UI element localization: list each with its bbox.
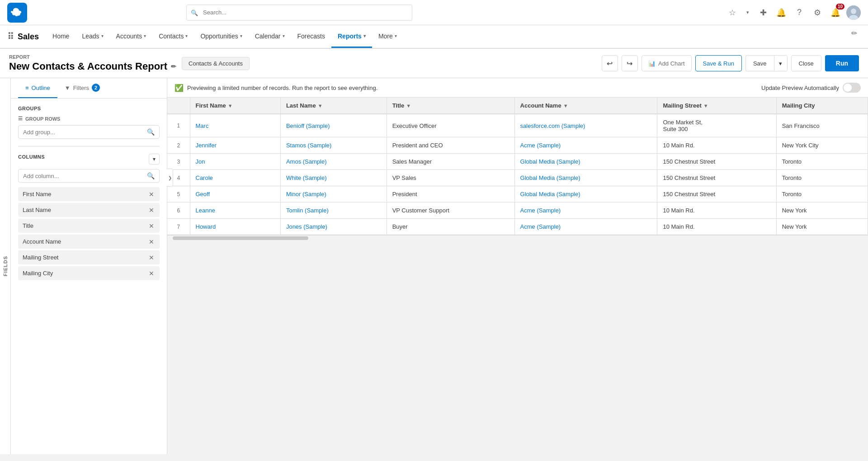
cell-last-name[interactable]: Benioff (Sample) bbox=[280, 114, 387, 137]
save-button[interactable]: Save bbox=[745, 55, 774, 71]
new-record-icon[interactable]: ✚ bbox=[756, 5, 770, 20]
favorites-dropdown-icon[interactable]: ▾ bbox=[743, 5, 752, 20]
add-group-input[interactable] bbox=[23, 129, 143, 136]
tab-outline[interactable]: ≡ Outline bbox=[18, 78, 57, 98]
nav-calendar[interactable]: Calendar ▾ bbox=[249, 25, 291, 48]
nav-reports[interactable]: Reports ▾ bbox=[331, 25, 372, 48]
cell-account-name[interactable]: Acme (Sample) bbox=[514, 202, 657, 219]
remove-mailing-street[interactable]: ✕ bbox=[148, 254, 155, 261]
cell-last-name[interactable]: Stamos (Sample) bbox=[280, 137, 387, 154]
cell-first-name[interactable]: Leanne bbox=[190, 202, 280, 219]
tab-filters[interactable]: ▼ Filters 2 bbox=[57, 78, 107, 98]
nav-home[interactable]: Home bbox=[46, 25, 75, 48]
cell-title: Executive Officer bbox=[387, 114, 514, 137]
search-input[interactable] bbox=[186, 5, 412, 21]
col-header-last-name[interactable]: Last Name ▼ bbox=[280, 98, 387, 114]
nav-more[interactable]: More ▾ bbox=[372, 25, 403, 48]
topbar: 🔍 ☆ ▾ ✚ 🔔 ? ⚙ 🔔 10 bbox=[0, 0, 868, 25]
add-column-input[interactable] bbox=[23, 173, 143, 179]
user-avatar[interactable] bbox=[846, 5, 861, 20]
chatter-icon[interactable]: 🔔 bbox=[774, 5, 788, 20]
leads-chevron: ▾ bbox=[101, 33, 104, 38]
remove-first-name[interactable]: ✕ bbox=[148, 191, 155, 198]
cell-mailing-street: One Market St, Suite 300 bbox=[657, 114, 776, 137]
close-button[interactable]: Close bbox=[791, 55, 821, 71]
notifications[interactable]: 🔔 10 bbox=[828, 5, 843, 20]
add-chart-button[interactable]: 📊 Add Chart bbox=[642, 55, 692, 71]
cell-last-name[interactable]: Minor (Sample) bbox=[280, 186, 387, 202]
nav-forecasts[interactable]: Forecasts bbox=[291, 25, 331, 48]
remove-last-name[interactable]: ✕ bbox=[148, 207, 155, 213]
cell-account-name[interactable]: Global Media (Sample) bbox=[514, 170, 657, 186]
cell-account-name[interactable]: salesforce.com (Sample) bbox=[514, 114, 657, 137]
cell-account-name[interactable]: Global Media (Sample) bbox=[514, 154, 657, 170]
cell-first-name[interactable]: Geoff bbox=[190, 186, 280, 202]
cell-last-name[interactable]: Jones (Sample) bbox=[280, 219, 387, 235]
col-header-title[interactable]: Title ▼ bbox=[387, 98, 514, 114]
col-header-first-name[interactable]: First Name ▼ bbox=[190, 98, 280, 114]
cell-title: VP Sales bbox=[387, 170, 514, 186]
cell-mailing-city: San Francisco bbox=[776, 114, 868, 137]
cell-first-name[interactable]: Jennifer bbox=[190, 137, 280, 154]
sort-account-name-icon[interactable]: ▼ bbox=[563, 103, 568, 108]
remove-title[interactable]: ✕ bbox=[148, 223, 155, 229]
sidebar-wrapper: Fields ≡ Outline ▼ Filters 2 Groups bbox=[0, 78, 167, 454]
cell-account-name[interactable]: Acme (Sample) bbox=[514, 137, 657, 154]
redo-button[interactable]: ↪ bbox=[622, 55, 638, 71]
table-container[interactable]: First Name ▼ Last Name ▼ bbox=[167, 98, 868, 454]
add-group-field[interactable]: 🔍 bbox=[18, 125, 160, 139]
sort-title-icon[interactable]: ▼ bbox=[406, 103, 411, 108]
cell-first-name[interactable]: Jon bbox=[190, 154, 280, 170]
cell-last-name[interactable]: Tomlin (Sample) bbox=[280, 202, 387, 219]
cell-first-name[interactable]: Carole bbox=[190, 170, 280, 186]
app-grid-icon[interactable]: ⠿ bbox=[7, 31, 14, 42]
columns-header: Columns ▾ bbox=[18, 154, 160, 165]
report-type-badge[interactable]: Contacts & Accounts bbox=[182, 57, 250, 70]
save-dropdown-button[interactable]: ▾ bbox=[774, 55, 788, 71]
add-column-field[interactable]: 🔍 bbox=[18, 169, 160, 183]
cell-account-name[interactable]: Global Media (Sample) bbox=[514, 186, 657, 202]
report-title-edit-icon[interactable]: ✏ bbox=[171, 63, 176, 70]
sidebar-toggle-button[interactable]: ❯ bbox=[167, 169, 173, 187]
add-group-search-icon: 🔍 bbox=[147, 128, 155, 136]
fields-label[interactable]: Fields bbox=[3, 252, 8, 280]
scroll-thumb[interactable] bbox=[173, 236, 308, 240]
cell-mailing-street: 10 Main Rd. bbox=[657, 219, 776, 235]
settings-icon[interactable]: ⚙ bbox=[810, 5, 825, 20]
sort-mailing-street-icon[interactable]: ▼ bbox=[703, 103, 708, 108]
cell-last-name[interactable]: White (Sample) bbox=[280, 170, 387, 186]
nav-opportunities[interactable]: Opportunities ▾ bbox=[194, 25, 248, 48]
columns-title: Columns bbox=[18, 154, 45, 160]
sort-first-name-icon[interactable]: ▼ bbox=[228, 103, 233, 108]
columns-dropdown-btn[interactable]: ▾ bbox=[149, 154, 160, 165]
row-number: 7 bbox=[167, 219, 190, 235]
cell-first-name[interactable]: Howard bbox=[190, 219, 280, 235]
cell-account-name[interactable]: Acme (Sample) bbox=[514, 219, 657, 235]
cell-title: VP Customer Support bbox=[387, 202, 514, 219]
save-run-button[interactable]: Save & Run bbox=[695, 55, 742, 71]
col-header-account-name[interactable]: Account Name ▼ bbox=[514, 98, 657, 114]
cell-first-name[interactable]: Marc bbox=[190, 114, 280, 137]
nav-contacts[interactable]: Contacts ▾ bbox=[152, 25, 194, 48]
remove-account-name[interactable]: ✕ bbox=[148, 239, 155, 245]
outline-icon: ≡ bbox=[25, 85, 29, 91]
nav-accounts[interactable]: Accounts ▾ bbox=[110, 25, 153, 48]
column-title: Title ✕ bbox=[18, 219, 160, 233]
cell-title: Sales Manager bbox=[387, 154, 514, 170]
sort-last-name-icon[interactable]: ▼ bbox=[318, 103, 323, 108]
undo-button[interactable]: ↩ bbox=[602, 55, 618, 71]
col-header-mailing-street[interactable]: Mailing Street ▼ bbox=[657, 98, 776, 114]
col-header-mailing-city[interactable]: Mailing City bbox=[776, 98, 868, 114]
remove-mailing-city[interactable]: ✕ bbox=[148, 270, 155, 277]
nav-edit-icon[interactable]: ✏ bbox=[848, 25, 861, 48]
cell-last-name[interactable]: Amos (Sample) bbox=[280, 154, 387, 170]
groups-title: Groups bbox=[18, 106, 160, 111]
run-button[interactable]: Run bbox=[825, 55, 859, 71]
favorites-icon[interactable]: ☆ bbox=[725, 5, 740, 20]
fields-strip[interactable]: Fields bbox=[0, 78, 11, 454]
app-logo[interactable] bbox=[7, 3, 27, 23]
help-icon[interactable]: ? bbox=[792, 5, 807, 20]
nav-leads[interactable]: Leads ▾ bbox=[75, 25, 109, 48]
update-preview-switch[interactable] bbox=[843, 83, 861, 93]
horizontal-scrollbar[interactable] bbox=[167, 235, 868, 240]
